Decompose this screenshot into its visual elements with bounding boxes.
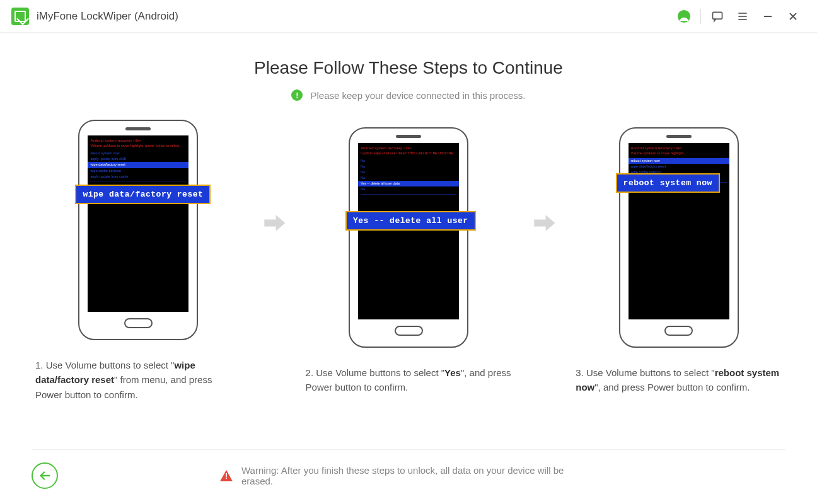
highlight-callout: wipe data/factory reset (75, 185, 211, 204)
svg-point-1 (681, 12, 686, 16)
back-button[interactable] (32, 462, 58, 489)
recovery-menu-item: wipe cache partition (88, 168, 188, 174)
app-logo-icon (11, 8, 29, 25)
step-column: Android system recovery <3e>Volume up/do… (32, 120, 245, 402)
app-title: iMyFone LockWiper (Android) (37, 10, 178, 23)
recovery-menu-item: wipe data/factory reset (629, 164, 729, 169)
recovery-menu-item: apply update from ADB (88, 156, 188, 162)
step-caption-pre: 1. Use Volume buttons to select " (35, 360, 174, 370)
phone-screen: Android system recovery <3e>Confirm wipe… (358, 143, 459, 319)
recovery-title: Android system recovery <3e> (358, 143, 459, 151)
separator (700, 9, 701, 24)
warning-icon (220, 470, 233, 481)
step-caption: 3. Use Volume buttons to select "reboot … (572, 365, 785, 395)
step-caption-pre: 3. Use Volume buttons to select " (576, 367, 714, 378)
phone-illustration: Android system recovery <3e>Confirm wipe… (349, 127, 468, 348)
home-button-icon (124, 318, 153, 328)
phone-illustration: Android system recovery <3e>Volume up/do… (78, 120, 198, 340)
recovery-menu-item: reboot system now (88, 151, 188, 156)
recovery-menu-item: No (358, 175, 459, 181)
feedback-icon[interactable] (705, 4, 730, 29)
recovery-subtext: Volume up/down to move highlight; power … (88, 144, 188, 151)
arrow-icon (528, 209, 559, 237)
home-button-icon (664, 326, 693, 336)
recovery-menu-item: No (358, 169, 459, 175)
close-button[interactable] (780, 4, 806, 29)
step-column: Android system recovery <3e>Volume up/do… (572, 127, 785, 395)
phone-screen: Android system recovery <3e>Volume up/do… (88, 135, 188, 312)
recovery-title: Android system recovery <3e> (629, 143, 729, 151)
account-icon[interactable] (671, 4, 697, 29)
recovery-menu-item: wipe data/factory reset (88, 162, 188, 168)
main-content: Please Follow These Steps to Continue ! … (0, 33, 817, 449)
steps-row: Android system recovery <3e>Volume up/do… (32, 120, 785, 402)
step-caption-bold: Yes (444, 367, 461, 378)
recovery-subtext: Volume up/down to move highlight. (629, 151, 729, 158)
recovery-menu-item: reboot system now (629, 158, 729, 164)
arrow-icon (258, 209, 289, 237)
subtitle-row: ! Please keep your device connected in t… (291, 89, 525, 101)
recovery-title: Android system recovery <3e> (88, 135, 188, 144)
highlight-callout: Yes -- delete all user (345, 211, 476, 231)
subtitle-text: Please keep your device connected in thi… (310, 90, 525, 101)
titlebar: iMyFone LockWiper (Android) (0, 0, 817, 33)
recovery-menu-item: No (358, 164, 459, 169)
page-title: Please Follow These Steps to Continue (254, 58, 563, 78)
highlight-callout: reboot system now (616, 173, 720, 193)
phone-illustration: Android system recovery <3e>Volume up/do… (619, 127, 739, 348)
phone-screen: Android system recovery <3e>Volume up/do… (629, 143, 729, 319)
step-column: Android system recovery <3e>Confirm wipe… (302, 127, 516, 395)
menu-icon[interactable] (730, 4, 755, 29)
step-caption: 2. Use Volume buttons to select "Yes", a… (302, 365, 516, 395)
recovery-menu-item: apply update from cache (88, 174, 188, 180)
step-caption-pre: 2. Use Volume buttons to select " (306, 367, 444, 378)
step-caption: 1. Use Volume buttons to select "wipe da… (32, 358, 245, 402)
recovery-subtext: Confirm wipe of all user data? THIS CAN … (358, 151, 459, 158)
svg-rect-2 (713, 12, 722, 19)
recovery-menu-item: Yes -- delete all user data (358, 181, 459, 186)
info-icon: ! (291, 89, 303, 101)
recovery-menu-item: No (358, 186, 459, 192)
warning-text: Warning: After you finish these steps to… (241, 465, 597, 486)
step-caption-post: ", and press Power button to confirm. (594, 382, 750, 392)
footer: Warning: After you finish these steps to… (32, 449, 785, 504)
warning-row: Warning: After you finish these steps to… (220, 465, 597, 486)
home-button-icon (395, 326, 423, 336)
recovery-menu-item: No (358, 158, 459, 164)
minimize-button[interactable] (755, 4, 780, 29)
